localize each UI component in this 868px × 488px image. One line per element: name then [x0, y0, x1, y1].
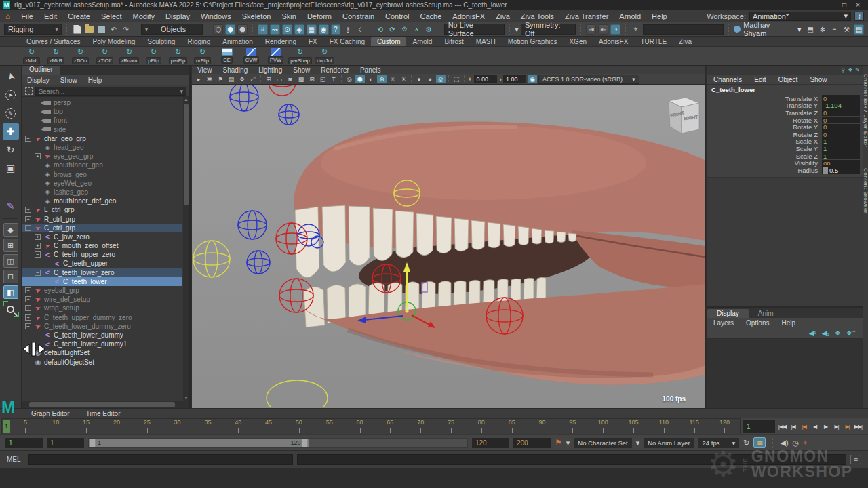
outliner-menu-item[interactable]: Help: [83, 77, 107, 84]
shelf-tab[interactable]: Sculpting: [141, 37, 181, 46]
shelf-tab[interactable]: Curves / Surfaces: [20, 37, 86, 46]
expand-toggle-icon[interactable]: +: [35, 234, 41, 240]
safe-title-icon[interactable]: T: [329, 75, 338, 83]
humanik-icon[interactable]: ✻: [817, 24, 827, 35]
sidebar-vertical-tab[interactable]: Channel Box / Layer Editor: [863, 74, 868, 148]
scrollbar-thumb[interactable]: [29, 402, 175, 407]
outliner-node[interactable]: − ➤ C_teeth_lower_dummy_zero: [22, 322, 182, 331]
channel-value-field[interactable]: 0: [822, 124, 860, 131]
collapse-toggle-icon[interactable]: −: [25, 136, 31, 142]
playback-button[interactable]: |◀: [788, 420, 798, 432]
tool-settings-icon[interactable]: ⚒: [842, 24, 852, 35]
layer-editor-menu-item[interactable]: Layers: [707, 319, 740, 327]
gamma-field[interactable]: 1.00: [503, 75, 526, 83]
symmetry-dropdown[interactable]: Symmetry: Off: [521, 24, 576, 35]
outliner-node[interactable]: ◈ lashes_geo: [22, 188, 182, 197]
highlight-selection-icon[interactable]: ☇: [355, 24, 365, 35]
window-control-button[interactable]: ×: [856, 2, 860, 9]
isolate-select-icon[interactable]: ⬚: [452, 75, 461, 83]
outliner-node[interactable]: + ➤ C_teeth_upper_dummy_zero: [22, 313, 182, 322]
sidebar-vertical-tab[interactable]: Content Browser: [863, 168, 868, 214]
save-scene-icon[interactable]: [96, 24, 106, 35]
outliner-node[interactable]: + ➤ R_ctrl_grp: [22, 214, 182, 223]
expand-toggle-icon[interactable]: +: [25, 216, 31, 222]
channel-attribute-row[interactable]: Scale Z 1: [707, 152, 863, 160]
ao-icon[interactable]: ◕: [425, 75, 435, 83]
expand-toggle-icon[interactable]: +: [25, 314, 31, 321]
menu-item[interactable]: Skeleton: [237, 12, 277, 20]
lighting-icon[interactable]: ☀: [399, 75, 408, 83]
outliner-node[interactable]: ◈ brows_geo: [22, 170, 182, 179]
layer-editor-tab[interactable]: Anim: [749, 309, 783, 318]
workspace-lock-icon[interactable]: ⚷: [854, 12, 864, 21]
new-scene-icon[interactable]: [72, 24, 82, 35]
cached-playback-icon[interactable]: ◷: [793, 439, 800, 447]
2d-pan-zoom-icon[interactable]: ✥: [237, 75, 247, 83]
outliner-node[interactable]: − < C_teeth_lower_zero: [22, 268, 182, 277]
expand-toggle-icon[interactable]: +: [35, 243, 41, 249]
shelf-tab[interactable]: Arnold: [406, 37, 438, 46]
menu-item[interactable]: Edit: [39, 12, 62, 20]
layout-two-pane-stacked-button[interactable]: ⊟: [3, 270, 18, 283]
filter-icon[interactable]: [25, 87, 33, 95]
fast-playback-icon[interactable]: ⇥: [586, 24, 596, 35]
shelf-tab[interactable]: AdonisFX: [593, 37, 634, 46]
lock-icon[interactable]: ⚷: [342, 24, 353, 35]
workspace-dropdown[interactable]: Animation* ▾: [749, 12, 851, 21]
move-layer-down-icon[interactable]: ◀₁: [822, 329, 829, 337]
empty-layer-icon[interactable]: ❖: [835, 329, 841, 337]
shelf-button[interactable]: ↻ zMirL: [20, 47, 43, 64]
select-hierarchy-icon[interactable]: ⬡: [213, 24, 223, 35]
live-surface-dropdown[interactable]: No Live Surface: [444, 24, 505, 35]
viewport-menu-item[interactable]: Show: [288, 66, 315, 74]
shelf-tab[interactable]: Ziva: [673, 37, 698, 46]
animation-preferences-icon[interactable]: ⌖: [803, 439, 807, 447]
image-plane-icon[interactable]: ▤: [226, 75, 236, 83]
anti-alias-icon[interactable]: ◎: [436, 75, 446, 83]
outliner-node[interactable]: + ➤ eye_geo_grp: [22, 152, 182, 161]
collapse-toggle-icon[interactable]: −: [35, 251, 41, 258]
make-live-icon[interactable]: ◉: [319, 24, 329, 35]
menu-item[interactable]: Ziva: [490, 12, 515, 20]
select-camera-icon[interactable]: ▸: [194, 75, 203, 83]
outliner-node[interactable]: front: [22, 116, 182, 125]
shelf-tab[interactable]: Motion Graphics: [502, 37, 564, 46]
scale-tool-icon[interactable]: ▣: [3, 160, 19, 176]
modeling-toolkit-icon[interactable]: ⬒: [805, 24, 815, 35]
outliner-node[interactable]: − ➤ char_geo_grp: [22, 134, 182, 143]
wireframe-on-shaded-icon[interactable]: ⊛: [377, 75, 387, 83]
channel-attribute-row[interactable]: Rotate X 0: [707, 117, 863, 124]
construction-history-icon[interactable]: ⟳: [387, 24, 397, 35]
grid-icon[interactable]: ⊞: [264, 75, 273, 83]
playback-button[interactable]: ▶: [821, 420, 831, 432]
window-control-button[interactable]: □: [842, 2, 846, 9]
outliner-node[interactable]: top: [22, 107, 182, 116]
render-icon[interactable]: ⟐: [399, 24, 410, 35]
expand-toggle-icon[interactable]: +: [25, 305, 31, 311]
menu-item[interactable]: Control: [380, 12, 414, 20]
channel-attribute-row[interactable]: Rotate Y 0: [707, 123, 863, 131]
gamma-icon[interactable]: ◑: [498, 76, 502, 83]
shaded-mode-icon[interactable]: ⬢: [355, 75, 365, 83]
scrollbar-thumb[interactable]: [184, 104, 189, 205]
field-chart-icon[interactable]: ⊠: [307, 75, 317, 83]
textured-mode-icon[interactable]: ◐: [366, 75, 376, 83]
channel-attribute-row[interactable]: Translate Y -1.104: [707, 102, 863, 110]
select-object-icon[interactable]: ⬢: [225, 24, 235, 35]
outliner-node[interactable]: < C_teeth_lower_dummy: [22, 331, 182, 340]
range-slider-track[interactable]: 1 120: [88, 438, 468, 448]
editor-tab[interactable]: Time Editor: [79, 410, 127, 418]
default-material-icon[interactable]: ✳: [388, 75, 397, 83]
channel-box-menu-item[interactable]: Object: [772, 76, 804, 83]
safe-action-icon[interactable]: ◱: [318, 75, 328, 83]
channel-value-field[interactable]: 1: [822, 152, 860, 159]
evaluation-mode-icon[interactable]: ◔: [610, 24, 620, 35]
shelf-tab[interactable]: TURTLE: [634, 37, 673, 46]
shelf-tab[interactable]: Custom: [371, 37, 406, 46]
view-transform-icon[interactable]: ◉: [528, 75, 537, 83]
shelf-tab[interactable]: Animation: [216, 37, 258, 46]
exposure-field[interactable]: 0.00: [474, 75, 497, 83]
outliner-node[interactable]: + < C_jaw_zero: [22, 232, 182, 241]
shelf-button[interactable]: ↻ zRnam: [118, 47, 140, 64]
wireframe-icon[interactable]: ◎: [344, 75, 354, 83]
